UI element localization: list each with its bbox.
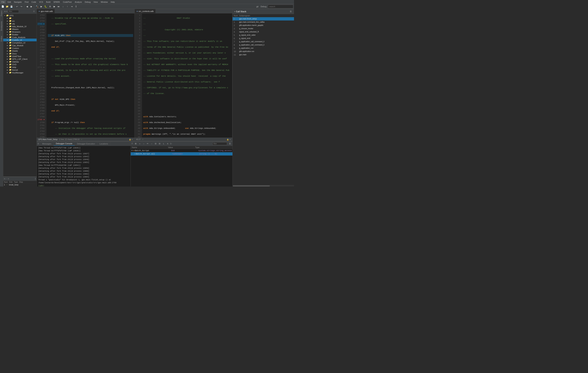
debug-stepi-btn[interactable]: ↧	[74, 5, 78, 9]
var-row-batch-script-all[interactable]: ● Batch_Script.all <unknown> string (1 .…	[131, 152, 232, 155]
cs-frame-8[interactable]: 8 g_application_call_command_li	[233, 43, 294, 47]
tree-item-keymanager[interactable]: ▶ 📁 KeyManager	[3, 71, 37, 74]
cs-frame-11[interactable]: 11 gps.main	[233, 53, 294, 56]
tree-item-builder[interactable]: ▶ 📁 Builder	[3, 33, 37, 36]
editor-content-right[interactable]: 1 2 3 4 5 6 7 8 9 10 11 12 13	[135, 13, 232, 138]
cs-frame-2[interactable]: 2 glib.application.marsh_gapplic	[233, 24, 294, 27]
back-btn[interactable]: ◀	[25, 5, 29, 9]
var-tool-7[interactable]: ⊟	[158, 142, 161, 145]
cs-menu-btn[interactable]: ☰	[289, 10, 293, 13]
menu-help[interactable]: Help	[109, 0, 116, 4]
sidebar-filter-input[interactable]	[8, 10, 19, 13]
tree-item-aliases[interactable]: ▶ 📁 Aliases	[3, 28, 37, 31]
outline-vtab[interactable]: Outline	[0, 35, 3, 43]
tab-debugger-execution[interactable]: Debugger Execution	[75, 142, 97, 146]
editor-content-left[interactable]: 2753 2754 2755 2756 ► 2757 2758 2759 276…	[37, 13, 135, 138]
fwd-btn[interactable]: ▶	[29, 5, 33, 9]
tab-src-contexts[interactable]: ◈ src_contexts.adb	[135, 9, 156, 13]
menu-analyze[interactable]: Analyze	[73, 0, 83, 4]
variables-filter-input[interactable]	[212, 142, 227, 145]
run-btn[interactable]: ▶	[39, 5, 43, 9]
menu-debug[interactable]: Debug	[83, 0, 92, 4]
menu-vcs[interactable]: VCS	[38, 0, 45, 4]
var-tool-1[interactable]: ⊞	[134, 142, 137, 145]
cs-frame-1[interactable]: 1 gps.main.command_line_callba	[233, 21, 294, 24]
tree-item-code-analysis[interactable]: ▶ 📁 Code_Analysis	[3, 36, 37, 39]
console-content[interactable]: [New Thread 0x7fffdfbf7700 (LWP 13935)] …	[37, 146, 131, 186]
tab-gps-main[interactable]: ◈ gps-main.adb	[37, 9, 55, 13]
save-btn[interactable]: 💾	[10, 5, 13, 9]
sidebar-menu-btn[interactable]: ☰	[32, 10, 35, 13]
menu-view[interactable]: View	[92, 0, 99, 4]
menu-find[interactable]: Find	[23, 0, 30, 4]
tree-item-kernel[interactable]: ▶ 📁 Kernel	[3, 68, 37, 71]
debug-pause-btn[interactable]: ⏸	[48, 5, 52, 9]
tree-item-gps-lsp[interactable]: ▶ 📁 GPS_LSP_Client	[3, 58, 37, 60]
new-file-btn[interactable]: 📄	[1, 5, 5, 9]
project-sidebar: ⊞ ⊟ ☰ ▼ 📁 GPS ▶ 📁 .. ▶ 📁	[3, 9, 37, 186]
code-text-right[interactable]: -- GNAT Studio -- -- Copyright (C) 2001-…	[142, 13, 232, 138]
project-vtab[interactable]: Project	[0, 10, 3, 17]
var-tool-2[interactable]: +	[138, 142, 142, 145]
var-row-batch-script[interactable]: ▼ ● Batch_Script 0x0 system.strings.stri…	[131, 149, 232, 152]
cs-frame-9[interactable]: 9 g_application_run	[233, 47, 294, 50]
var-tool-4[interactable]: ✏	[146, 142, 149, 145]
tree-item-obj[interactable]: ▶ 📁 obj	[3, 22, 37, 25]
menu-codepeer[interactable]: CodePeer	[61, 0, 73, 4]
search-input[interactable]	[268, 5, 293, 8]
tree-item-docs[interactable]: ▶ 📁 Docs	[3, 52, 37, 55]
menu-navigate[interactable]: Navigate	[12, 0, 23, 4]
tree-item-ada-module-ui[interactable]: ▶ 📁 Ada_Module_UI	[3, 25, 37, 28]
cs-frame-0[interactable]: 0 gps.main.finish_setup	[233, 17, 294, 21]
tab-locations[interactable]: Locations	[97, 142, 110, 146]
build-btn[interactable]: 🔨	[35, 5, 39, 9]
tree-item-src[interactable]: ▶ 📁 src	[3, 20, 37, 22]
tree-item-distrib[interactable]: ▶ 📁 Distrib	[3, 49, 37, 52]
tab-debugger-console[interactable]: Debugger Console	[53, 142, 75, 146]
cs-name-9: g_application_run	[239, 47, 293, 50]
cs-frame-5[interactable]: 5 g_signal_emit_valist	[233, 33, 294, 37]
menu-code[interactable]: Code	[30, 0, 38, 4]
menu-build[interactable]: Build	[44, 0, 52, 4]
ln-2767: 2767	[37, 54, 45, 57]
tree-item-gvd[interactable]: ▶ 📁 GVD	[3, 63, 37, 66]
tree-item-cpp-module[interactable]: ▶ 📁 Cpp_Module	[3, 44, 37, 47]
debug-finish-btn[interactable]: ↑	[65, 5, 69, 9]
var-tool-3[interactable]: −	[142, 142, 146, 145]
debug-next-btn[interactable]: ⏭	[57, 5, 61, 9]
code-text-left[interactable]: -- Disable tip of the day pop up window …	[46, 13, 135, 138]
callstack-scrollbar[interactable]	[233, 185, 294, 186]
cs-frame-10[interactable]: 10 glib.application.run	[233, 50, 294, 53]
var-tool-5[interactable]: −	[150, 142, 154, 145]
tree-item-gnattest[interactable]: ▶ 📁 GNATTest	[3, 55, 37, 58]
redo-btn[interactable]: ↪	[19, 5, 23, 9]
var-tool-6[interactable]: ⊟	[154, 142, 158, 145]
tree-item-codefix-ui[interactable]: ▶ 📁 Codefix_UI	[3, 39, 37, 41]
debug-start-btn[interactable]: 🐛	[44, 5, 48, 9]
tree-item-browsers[interactable]: ▶ 📁 Browsers	[3, 31, 37, 33]
tab-messages[interactable]: Messages	[40, 142, 53, 146]
tree-gps-root[interactable]: ▼ 📁 GPS	[3, 14, 37, 17]
ln-2791: 2791	[37, 124, 45, 127]
tree-item-custom[interactable]: ▶ 📁 Custom	[3, 47, 37, 49]
cs-frame-7[interactable]: 7 g_application_call_command_li	[233, 40, 294, 43]
cs-frame-3[interactable]: 3 g_closure_invoke	[233, 27, 294, 30]
cs-frame-4[interactable]: 4 signal_emit_unlocked_R	[233, 30, 294, 33]
tree-item-help[interactable]: ▶ 📁 Help	[3, 66, 37, 68]
debug-nexti-btn[interactable]: ⇥	[70, 5, 74, 9]
tree-item-gtkada[interactable]: ▶ 📁 GtkAda	[3, 60, 37, 63]
open-btn[interactable]: 📁	[5, 5, 9, 9]
cs-frame-6[interactable]: 6 g_signal_emit	[233, 37, 294, 40]
cs-num-0: 0	[234, 17, 239, 20]
menu-edit[interactable]: Edit	[6, 0, 12, 4]
tree-item-dotdot[interactable]: ▶ 📁 ..	[3, 17, 37, 20]
debug-step-btn[interactable]: ↓	[61, 5, 65, 9]
menu-spark[interactable]: SPARK	[52, 0, 61, 4]
breakpoints-vtab[interactable]: Breakpoints	[0, 21, 3, 32]
tree-item-completion-ui[interactable]: ▶ 📁 Completion_UI	[3, 41, 37, 44]
var-menu-btn[interactable]: ☰	[228, 142, 232, 145]
debug-continue-btn[interactable]: ▶	[52, 5, 56, 9]
undo-btn[interactable]: ↩	[15, 5, 19, 9]
menu-window[interactable]: Window	[99, 0, 109, 4]
menu-file[interactable]: File	[0, 0, 6, 4]
